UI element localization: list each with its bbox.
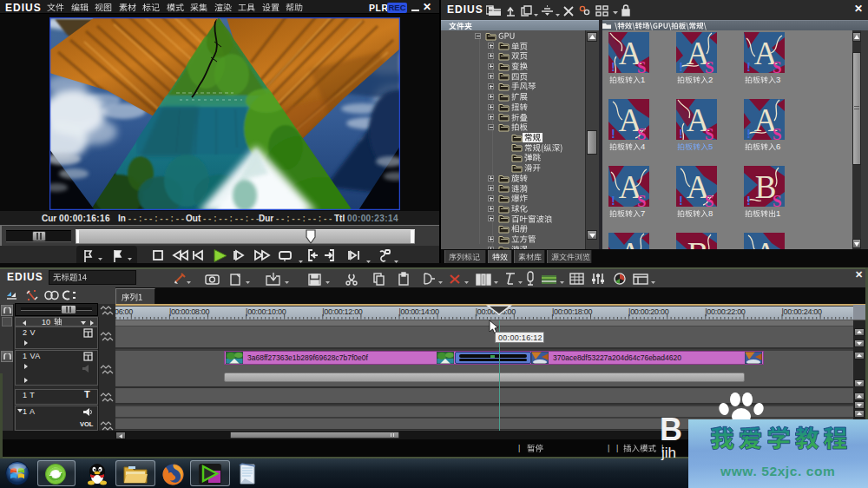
svg-text:!: ! [611, 193, 615, 207]
svg-text:S: S [637, 125, 647, 140]
svg-text:A: A [619, 236, 642, 250]
svg-text:!: ! [746, 59, 751, 73]
svg-text:S: S [637, 58, 647, 73]
svg-text:!: ! [679, 59, 683, 73]
svg-text:B: B [687, 236, 709, 250]
svg-text:!: ! [679, 193, 683, 207]
svg-text:S: S [773, 125, 782, 140]
svg-text:!: ! [611, 126, 615, 140]
svg-text:S: S [705, 58, 714, 73]
svg-text:!: ! [611, 59, 615, 73]
svg-text:!: ! [679, 126, 683, 140]
svg-text:S: S [773, 58, 782, 73]
svg-text:A: A [754, 236, 778, 250]
svg-text:S: S [773, 192, 782, 207]
svg-text:S: S [637, 192, 647, 207]
svg-text:S: S [705, 125, 714, 140]
svg-text:!: ! [746, 193, 751, 207]
svg-text:!: ! [746, 126, 751, 140]
svg-text:S: S [705, 192, 714, 207]
